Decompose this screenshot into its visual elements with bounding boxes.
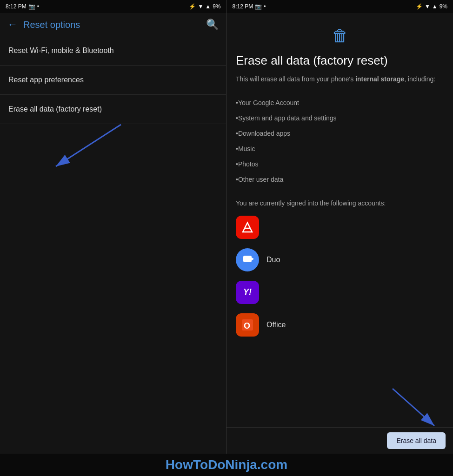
right-wifi-icon: ▼ xyxy=(425,3,430,10)
accounts-text: You are currently signed into the follow… xyxy=(236,198,444,208)
left-panel-title: Reset options xyxy=(23,20,80,30)
wifi-icon: ▼ xyxy=(198,3,203,10)
menu-item-app-prefs[interactable]: Reset app preferences xyxy=(0,66,226,95)
bottom-action-bar: Erase all data xyxy=(226,427,453,454)
annotation-arrow-left xyxy=(47,120,140,180)
office-label: Office xyxy=(266,321,286,329)
footer-text: HowToDoNinja.com xyxy=(166,457,287,472)
right-camera-icon: 📷 xyxy=(255,3,262,10)
menu-list: Reset Wi-Fi, mobile & Bluetooth Reset ap… xyxy=(0,36,226,124)
account-row-adobe xyxy=(236,216,444,239)
data-item-apps: •Downloaded apps xyxy=(236,126,444,141)
data-item-other: •Other user data xyxy=(236,172,444,187)
adobe-icon xyxy=(236,216,259,239)
yahoo-icon: Y! xyxy=(236,281,259,304)
data-item-system: •System and app data and settings xyxy=(236,111,444,126)
left-time: 8:12 PM xyxy=(6,3,27,10)
back-button[interactable]: ← xyxy=(7,19,18,31)
trash-icon: 🗑 xyxy=(332,26,348,46)
duo-label: Duo xyxy=(266,256,280,264)
data-item-google: •Your Google Account xyxy=(236,95,444,111)
menu-item-factory-reset[interactable]: Erase all data (factory reset) xyxy=(0,95,226,124)
accounts-section: You are currently signed into the follow… xyxy=(236,198,444,337)
left-status-bar: 8:12 PM 📷 • ⚡ ▼ ▲ 9% xyxy=(0,0,226,13)
right-signal-icon: ▲ xyxy=(432,3,438,10)
account-row-yahoo: Y! xyxy=(236,281,444,304)
right-time: 8:12 PM xyxy=(233,3,253,10)
erase-all-data-button[interactable]: Erase all data xyxy=(387,432,446,449)
bluetooth-icon: ⚡ xyxy=(189,3,196,10)
account-row-office: O Office xyxy=(236,313,444,337)
duo-icon xyxy=(236,248,259,271)
left-panel: ← Reset options 🔍 Reset Wi-Fi, mobile & … xyxy=(0,13,226,454)
left-header: ← Reset options 🔍 xyxy=(0,13,226,36)
svg-line-1 xyxy=(56,125,121,166)
battery-left: 9% xyxy=(213,3,220,10)
camera-icon: 📷 xyxy=(28,3,35,10)
dot-indicator: • xyxy=(37,3,39,10)
right-dot-indicator: • xyxy=(264,3,266,10)
office-icon: O xyxy=(236,313,259,337)
right-panel: 🗑 Erase all data (factory reset) This wi… xyxy=(226,13,453,454)
data-items-list: •Your Google Account •System and app dat… xyxy=(236,95,444,187)
right-status-bar: 8:12 PM 📷 • ⚡ ▼ ▲ 9% xyxy=(227,0,453,13)
right-battery: 9% xyxy=(440,3,447,10)
footer: HowToDoNinja.com xyxy=(0,454,453,476)
account-row-duo: Duo xyxy=(236,248,444,271)
erase-title: Erase all data (factory reset) xyxy=(236,53,444,69)
svg-marker-5 xyxy=(252,258,253,260)
data-item-music: •Music xyxy=(236,141,444,157)
search-button[interactable]: 🔍 xyxy=(206,19,219,31)
menu-item-wifi[interactable]: Reset Wi-Fi, mobile & Bluetooth xyxy=(0,36,226,66)
right-bluetooth-icon: ⚡ xyxy=(416,3,423,10)
svg-line-10 xyxy=(393,389,434,426)
data-item-photos: •Photos xyxy=(236,157,444,172)
svg-text:O: O xyxy=(244,321,250,331)
erase-description: This will erase all data from your phone… xyxy=(236,74,444,84)
svg-rect-4 xyxy=(243,256,252,262)
svg-marker-2 xyxy=(243,223,252,232)
signal-icon: ▲ xyxy=(205,3,211,10)
